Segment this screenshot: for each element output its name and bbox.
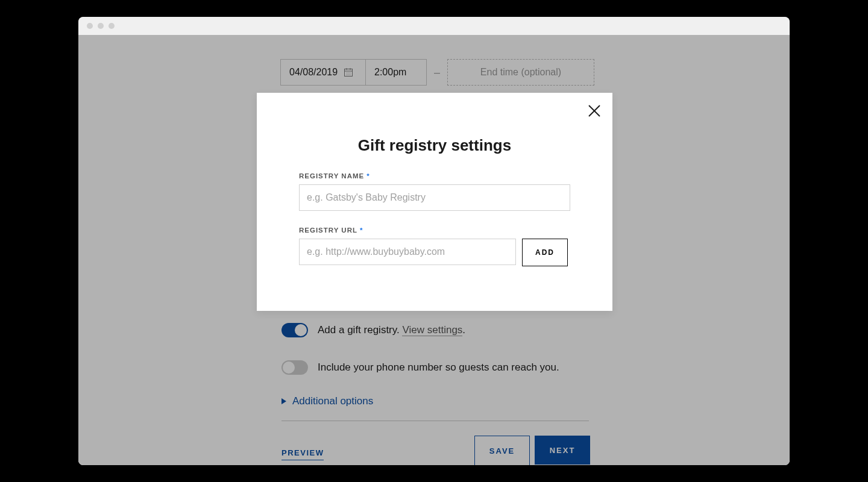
phone-label: Include your phone number so guests can …: [318, 362, 559, 374]
date-input[interactable]: 04/08/2019: [280, 59, 366, 86]
view-settings-link[interactable]: View settings: [402, 324, 462, 336]
browser-window: 04/08/2019 2:00pm: [78, 17, 790, 465]
maximize-dot-icon[interactable]: [108, 23, 115, 29]
registry-name-label: REGISTRY NAME*: [299, 172, 370, 180]
next-button[interactable]: NEXT: [535, 436, 590, 465]
save-button[interactable]: SAVE: [474, 436, 530, 465]
date-value: 04/08/2019: [289, 67, 338, 78]
calendar-icon: [344, 67, 353, 77]
end-time-placeholder: End time (optional): [480, 67, 561, 78]
phone-toggle[interactable]: [281, 360, 308, 375]
phone-toggle-row: Include your phone number so guests can …: [281, 360, 559, 375]
registry-name-input[interactable]: [299, 184, 570, 211]
required-asterisk-icon: *: [360, 227, 363, 234]
additional-options-label: Additional options: [292, 395, 373, 407]
time-value: 2:00pm: [374, 67, 406, 78]
browser-body: 04/08/2019 2:00pm: [78, 35, 790, 465]
window-titlebar: [78, 17, 790, 35]
gift-registry-modal: Gift registry settings REGISTRY NAME* RE…: [257, 93, 612, 311]
add-button[interactable]: ADD: [522, 239, 568, 266]
minimize-dot-icon[interactable]: [98, 23, 104, 29]
required-asterisk-icon: *: [366, 172, 370, 180]
datetime-row: 04/08/2019 2:00pm: [280, 59, 594, 86]
close-button[interactable]: [587, 104, 602, 118]
registry-url-input[interactable]: [299, 239, 516, 265]
triangle-right-icon: [281, 395, 286, 407]
time-separator: –: [427, 66, 447, 79]
gift-registry-toggle[interactable]: [281, 323, 308, 337]
gift-registry-toggle-row: Add a gift registry. View settings.: [281, 323, 465, 337]
divider: [281, 421, 589, 421]
window-controls: [87, 23, 115, 29]
additional-options-disclosure[interactable]: Additional options: [281, 395, 373, 407]
end-time-input[interactable]: End time (optional): [447, 59, 594, 86]
registry-url-label: REGISTRY URL*: [299, 227, 363, 234]
preview-link[interactable]: PREVIEW: [281, 448, 324, 460]
close-dot-icon[interactable]: [87, 23, 93, 29]
gift-registry-label: Add a gift registry. View settings.: [318, 324, 465, 336]
modal-title: Gift registry settings: [257, 136, 612, 155]
time-input[interactable]: 2:00pm: [366, 59, 427, 86]
